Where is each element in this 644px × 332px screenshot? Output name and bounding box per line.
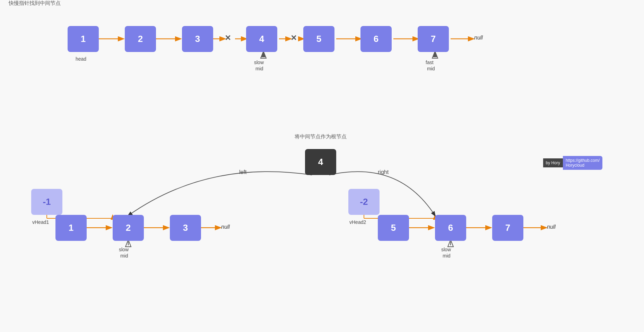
node-5-top: 5 [303, 26, 334, 52]
label-slow-br: slow [441, 247, 451, 252]
node-1-top: 1 [68, 26, 99, 52]
node-7-top: 7 [418, 26, 449, 52]
label-mid-bl: mid [120, 253, 128, 259]
label-mid-top: mid [255, 66, 263, 71]
node-6-top: 6 [360, 26, 392, 52]
x-mark-1: ✕ [225, 34, 231, 43]
vhead2-node: -2 [348, 189, 380, 215]
brand-box: by Hory https://github.com/ Horycloud [543, 156, 602, 170]
null-left: null [221, 224, 230, 230]
brand-left: by Hory [543, 158, 563, 167]
svg-marker-12 [432, 51, 438, 58]
node-3-left: 3 [170, 215, 201, 241]
svg-marker-27 [448, 240, 453, 247]
node-2-left: 2 [113, 215, 144, 241]
x-mark-2: ✕ [290, 34, 297, 43]
node-3-top: 3 [182, 26, 213, 52]
node-6-right: 6 [435, 215, 466, 241]
title-bottom: 将中间节点作为根节点 [284, 133, 357, 140]
node-7-right: 7 [492, 215, 523, 241]
label-slow-top: slow [254, 60, 264, 65]
label-fast-top: fast [426, 60, 434, 65]
node-2-top: 2 [125, 26, 156, 52]
label-right: right [378, 169, 389, 175]
label-left: left [239, 169, 246, 175]
label-slow-bl: slow [119, 247, 129, 252]
title-top: 快慢指针找到中间节点 [0, 0, 69, 7]
brand-right: https://github.com/ Horycloud [563, 156, 602, 170]
null-top: null [474, 35, 483, 41]
root-node-4: 4 [305, 149, 336, 175]
node-1-left: 1 [55, 215, 87, 241]
svg-marker-10 [261, 51, 266, 58]
label-mid-fast: mid [427, 66, 435, 71]
diagram: 快慢指针找到中间节点 1 2 3 4 5 6 7 ✕ ✕ null head s… [0, 0, 644, 332]
svg-marker-25 [125, 240, 131, 247]
vhead1-node: -1 [31, 189, 62, 215]
label-vhead1: vHead1 [32, 219, 49, 225]
node-4-top: 4 [246, 26, 277, 52]
label-head: head [76, 56, 86, 62]
null-right: null [547, 224, 556, 230]
label-vhead2: vHead2 [349, 219, 366, 225]
label-mid-br: mid [443, 253, 451, 259]
node-5-right: 5 [378, 215, 409, 241]
